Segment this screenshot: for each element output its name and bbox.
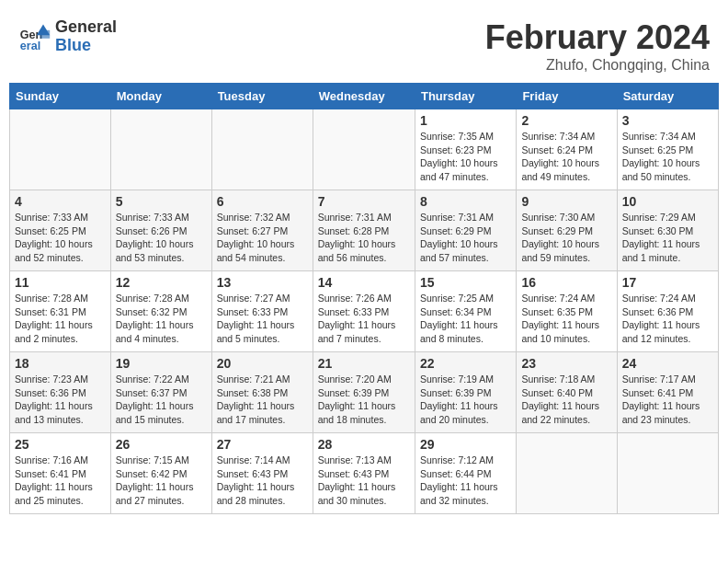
calendar-cell: 29Sunrise: 7:12 AMSunset: 6:44 PMDayligh…	[415, 433, 516, 514]
calendar-cell: 27Sunrise: 7:14 AMSunset: 6:43 PMDayligh…	[211, 433, 313, 514]
day-number: 4	[15, 194, 106, 209]
day-info: Sunrise: 7:33 AMSunset: 6:26 PMDaylight:…	[116, 211, 207, 265]
day-number: 2	[521, 113, 611, 128]
calendar-cell: 8Sunrise: 7:31 AMSunset: 6:29 PMDaylight…	[415, 190, 516, 271]
day-number: 10	[622, 194, 713, 209]
calendar-cell	[110, 109, 211, 190]
weekday-header-sunday: Sunday	[10, 84, 111, 109]
day-info: Sunrise: 7:15 AMSunset: 6:42 PMDaylight:…	[116, 454, 207, 508]
day-info: Sunrise: 7:16 AMSunset: 6:41 PMDaylight:…	[15, 454, 106, 508]
day-number: 7	[318, 194, 410, 209]
calendar-cell: 20Sunrise: 7:21 AMSunset: 6:38 PMDayligh…	[211, 352, 313, 433]
logo-general-text: General	[55, 18, 117, 37]
weekday-header-thursday: Thursday	[415, 84, 516, 109]
day-number: 11	[15, 275, 106, 290]
day-number: 29	[420, 437, 511, 452]
calendar-cell: 13Sunrise: 7:27 AMSunset: 6:33 PMDayligh…	[211, 271, 313, 352]
day-info: Sunrise: 7:23 AMSunset: 6:36 PMDaylight:…	[15, 373, 106, 427]
calendar-cell: 4Sunrise: 7:33 AMSunset: 6:25 PMDaylight…	[10, 190, 111, 271]
day-number: 8	[420, 194, 511, 209]
day-info: Sunrise: 7:34 AMSunset: 6:25 PMDaylight:…	[622, 130, 713, 184]
day-info: Sunrise: 7:19 AMSunset: 6:39 PMDaylight:…	[420, 373, 511, 427]
calendar-cell: 23Sunrise: 7:18 AMSunset: 6:40 PMDayligh…	[517, 352, 617, 433]
day-number: 24	[622, 356, 713, 371]
header: Gen eral General Blue February 2024 Zhuf…	[9, 9, 719, 78]
calendar-cell	[10, 109, 111, 190]
day-number: 12	[116, 275, 207, 290]
day-number: 26	[116, 437, 207, 452]
logo-text: General Blue	[55, 18, 117, 55]
weekday-header-tuesday: Tuesday	[211, 84, 313, 109]
weekday-header-row: SundayMondayTuesdayWednesdayThursdayFrid…	[10, 84, 719, 109]
calendar-cell: 5Sunrise: 7:33 AMSunset: 6:26 PMDaylight…	[110, 190, 211, 271]
day-info: Sunrise: 7:31 AMSunset: 6:28 PMDaylight:…	[318, 211, 410, 265]
day-number: 9	[521, 194, 611, 209]
day-number: 6	[217, 194, 308, 209]
calendar-cell: 9Sunrise: 7:30 AMSunset: 6:29 PMDaylight…	[517, 190, 617, 271]
logo: Gen eral General Blue	[18, 18, 117, 55]
day-number: 5	[116, 194, 207, 209]
day-info: Sunrise: 7:30 AMSunset: 6:29 PMDaylight:…	[521, 211, 611, 265]
calendar-cell: 26Sunrise: 7:15 AMSunset: 6:42 PMDayligh…	[110, 433, 211, 514]
calendar-cell	[517, 433, 617, 514]
day-info: Sunrise: 7:27 AMSunset: 6:33 PMDaylight:…	[217, 292, 308, 346]
calendar-cell: 6Sunrise: 7:32 AMSunset: 6:27 PMDaylight…	[211, 190, 313, 271]
day-number: 17	[622, 275, 713, 290]
day-info: Sunrise: 7:34 AMSunset: 6:24 PMDaylight:…	[521, 130, 611, 184]
day-number: 23	[521, 356, 611, 371]
calendar-cell: 3Sunrise: 7:34 AMSunset: 6:25 PMDaylight…	[617, 109, 718, 190]
calendar-cell: 17Sunrise: 7:24 AMSunset: 6:36 PMDayligh…	[617, 271, 718, 352]
day-info: Sunrise: 7:13 AMSunset: 6:43 PMDaylight:…	[318, 454, 410, 508]
weekday-header-friday: Friday	[517, 84, 617, 109]
calendar-cell: 10Sunrise: 7:29 AMSunset: 6:30 PMDayligh…	[617, 190, 718, 271]
calendar-cell: 12Sunrise: 7:28 AMSunset: 6:32 PMDayligh…	[110, 271, 211, 352]
day-number: 19	[116, 356, 207, 371]
day-info: Sunrise: 7:28 AMSunset: 6:32 PMDaylight:…	[116, 292, 207, 346]
svg-marker-3	[40, 30, 50, 39]
month-year: February 2024	[485, 18, 710, 57]
day-number: 21	[318, 356, 410, 371]
day-info: Sunrise: 7:24 AMSunset: 6:36 PMDaylight:…	[622, 292, 713, 346]
location: Zhufo, Chongqing, China	[485, 57, 710, 74]
calendar-cell: 18Sunrise: 7:23 AMSunset: 6:36 PMDayligh…	[10, 352, 111, 433]
calendar-cell: 22Sunrise: 7:19 AMSunset: 6:39 PMDayligh…	[415, 352, 516, 433]
day-info: Sunrise: 7:21 AMSunset: 6:38 PMDaylight:…	[217, 373, 308, 427]
day-info: Sunrise: 7:24 AMSunset: 6:35 PMDaylight:…	[521, 292, 611, 346]
day-info: Sunrise: 7:28 AMSunset: 6:31 PMDaylight:…	[15, 292, 106, 346]
day-info: Sunrise: 7:29 AMSunset: 6:30 PMDaylight:…	[622, 211, 713, 265]
calendar-cell: 16Sunrise: 7:24 AMSunset: 6:35 PMDayligh…	[517, 271, 617, 352]
day-info: Sunrise: 7:32 AMSunset: 6:27 PMDaylight:…	[217, 211, 308, 265]
calendar-week-row: 25Sunrise: 7:16 AMSunset: 6:41 PMDayligh…	[10, 433, 719, 514]
calendar-table: SundayMondayTuesdayWednesdayThursdayFrid…	[9, 83, 719, 514]
day-info: Sunrise: 7:33 AMSunset: 6:25 PMDaylight:…	[15, 211, 106, 265]
day-info: Sunrise: 7:35 AMSunset: 6:23 PMDaylight:…	[420, 130, 511, 184]
day-number: 14	[318, 275, 410, 290]
calendar-cell	[617, 433, 718, 514]
day-info: Sunrise: 7:17 AMSunset: 6:41 PMDaylight:…	[622, 373, 713, 427]
weekday-header-monday: Monday	[110, 84, 211, 109]
weekday-header-saturday: Saturday	[617, 84, 718, 109]
day-number: 3	[622, 113, 713, 128]
calendar-cell: 1Sunrise: 7:35 AMSunset: 6:23 PMDaylight…	[415, 109, 516, 190]
day-info: Sunrise: 7:14 AMSunset: 6:43 PMDaylight:…	[217, 454, 308, 508]
calendar-cell: 7Sunrise: 7:31 AMSunset: 6:28 PMDaylight…	[313, 190, 415, 271]
day-info: Sunrise: 7:18 AMSunset: 6:40 PMDaylight:…	[521, 373, 611, 427]
calendar-week-row: 11Sunrise: 7:28 AMSunset: 6:31 PMDayligh…	[10, 271, 719, 352]
day-number: 28	[318, 437, 410, 452]
day-number: 27	[217, 437, 308, 452]
calendar-week-row: 18Sunrise: 7:23 AMSunset: 6:36 PMDayligh…	[10, 352, 719, 433]
day-number: 25	[15, 437, 106, 452]
day-info: Sunrise: 7:26 AMSunset: 6:33 PMDaylight:…	[318, 292, 410, 346]
calendar-cell: 14Sunrise: 7:26 AMSunset: 6:33 PMDayligh…	[313, 271, 415, 352]
calendar-cell: 25Sunrise: 7:16 AMSunset: 6:41 PMDayligh…	[10, 433, 111, 514]
svg-text:eral: eral	[20, 40, 40, 52]
day-info: Sunrise: 7:20 AMSunset: 6:39 PMDaylight:…	[318, 373, 410, 427]
logo-icon: Gen eral	[18, 20, 51, 53]
calendar-cell: 28Sunrise: 7:13 AMSunset: 6:43 PMDayligh…	[313, 433, 415, 514]
calendar-cell	[313, 109, 415, 190]
calendar-week-row: 4Sunrise: 7:33 AMSunset: 6:25 PMDaylight…	[10, 190, 719, 271]
day-info: Sunrise: 7:22 AMSunset: 6:37 PMDaylight:…	[116, 373, 207, 427]
calendar-cell: 24Sunrise: 7:17 AMSunset: 6:41 PMDayligh…	[617, 352, 718, 433]
day-info: Sunrise: 7:12 AMSunset: 6:44 PMDaylight:…	[420, 454, 511, 508]
weekday-header-wednesday: Wednesday	[313, 84, 415, 109]
